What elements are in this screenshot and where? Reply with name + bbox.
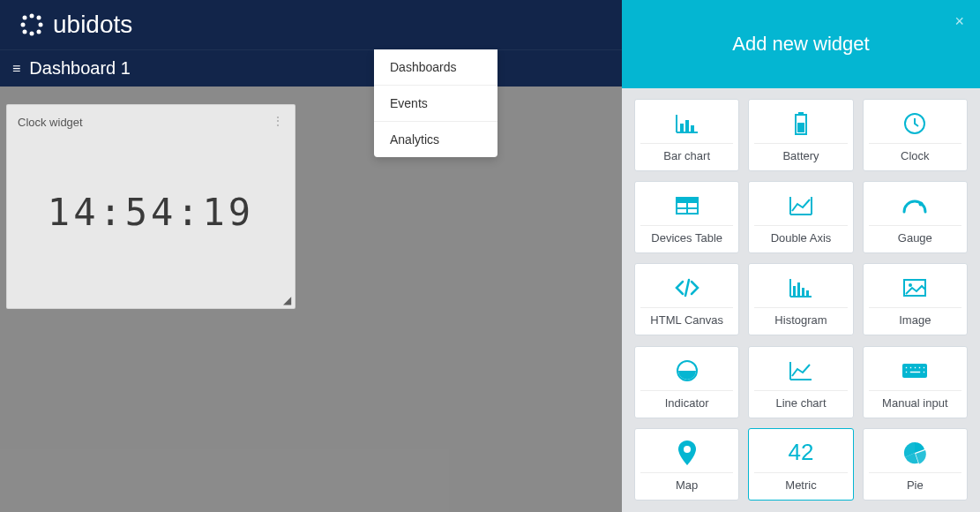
clock-widget-card: Clock widget ⋮ 14:54:19 ◢ [6,104,295,309]
svg-rect-11 [685,120,689,132]
widget-manual-input[interactable]: Manual input [863,346,968,418]
close-icon[interactable]: × [954,12,964,31]
metric-icon: 42 [754,437,847,469]
widget-image[interactable]: Image [863,263,968,335]
panel-title: Add new widget [732,33,869,56]
widget-label: Double Axis [754,225,847,245]
svg-rect-29 [797,282,800,297]
clock-widget-time: 14:54:19 [18,191,284,234]
widget-label: Indicator [640,390,733,410]
widget-label: Histogram [754,307,847,327]
map-pin-icon [640,437,733,469]
gauge-icon [869,190,961,222]
widget-label: Devices Table [640,225,733,245]
dropdown-item-events[interactable]: Events [374,85,497,121]
svg-rect-44 [909,371,921,373]
svg-point-5 [23,30,27,34]
widget-menu-icon[interactable]: ⋮ [272,114,284,128]
svg-point-3 [21,23,26,27]
widget-gauge[interactable]: Gauge [863,181,968,253]
indicator-icon [640,355,733,387]
widget-devices-table[interactable]: Devices Table [634,181,739,253]
widget-grid: Bar chart Battery Clock [622,88,980,512]
svg-rect-15 [797,123,804,132]
svg-rect-30 [802,288,804,297]
widget-histogram[interactable]: Histogram [748,263,853,335]
svg-rect-31 [806,290,809,297]
widget-label: Map [640,472,733,492]
panel-header: Add new widget × [622,0,980,88]
svg-line-25 [685,280,689,296]
svg-rect-42 [923,366,925,369]
widget-pie[interactable]: Pie [863,428,968,501]
svg-rect-41 [918,366,921,369]
widget-label: Metric [754,472,847,492]
clock-widget-title: Clock widget [18,116,284,129]
pie-icon [869,437,961,469]
data-dropdown: Dashboards Events Analytics [374,49,497,157]
resize-handle-icon[interactable]: ◢ [283,294,291,306]
keyboard-icon [869,355,961,387]
code-icon [640,272,733,304]
logo-icon [18,11,46,39]
svg-point-4 [39,23,43,27]
widget-label: HTML Canvas [640,307,733,327]
svg-point-2 [37,16,41,20]
dropdown-item-analytics[interactable]: Analytics [374,121,497,157]
widget-indicator[interactable]: Indicator [634,346,739,418]
svg-rect-18 [677,198,698,203]
svg-rect-10 [680,124,684,132]
battery-icon [754,108,847,139]
widget-label: Manual input [869,390,961,410]
widget-label: Gauge [869,225,961,245]
histogram-icon [754,272,847,304]
svg-point-46 [684,446,691,453]
dashboard-title: Dashboard 1 [29,58,131,79]
widget-double-axis[interactable]: Double Axis [748,181,853,253]
brand-text: ubidots [53,11,132,39]
table-icon [640,190,733,222]
widget-bar-chart[interactable]: Bar chart [634,99,739,171]
widget-label: Image [869,307,961,327]
widget-clock[interactable]: Clock [863,99,968,171]
image-icon [869,272,961,304]
widget-battery[interactable]: Battery [748,99,853,171]
widget-label: Clock [869,143,961,162]
widget-map[interactable]: Map [634,428,739,501]
svg-rect-39 [909,366,912,369]
svg-point-1 [30,14,34,19]
double-axis-icon [754,190,847,222]
svg-rect-40 [914,366,916,369]
brand-logo[interactable]: ubidots [18,11,132,39]
svg-point-7 [37,30,41,34]
line-chart-icon [754,355,847,387]
widget-html-canvas[interactable]: HTML Canvas [634,263,739,335]
widget-label: Line chart [754,390,847,410]
bar-chart-icon [640,108,733,139]
svg-point-6 [30,32,34,36]
metric-sample-value: 42 [789,439,814,466]
svg-point-33 [909,283,912,287]
widget-label: Battery [754,143,847,162]
hamburger-icon[interactable]: ≡ [12,61,20,77]
widget-label: Pie [869,472,961,492]
widget-metric[interactable]: 42 Metric [748,428,853,501]
svg-rect-43 [905,371,908,373]
widget-line-chart[interactable]: Line chart [748,346,853,418]
svg-point-24 [919,202,924,207]
svg-rect-28 [793,286,796,297]
svg-rect-45 [923,371,925,373]
widget-label: Bar chart [640,143,733,162]
svg-rect-38 [905,366,908,369]
clock-icon [869,108,961,139]
add-widget-panel: Add new widget × Bar chart [622,0,980,512]
svg-point-0 [23,16,27,20]
dropdown-item-dashboards[interactable]: Dashboards [374,49,497,85]
svg-rect-12 [691,125,694,132]
